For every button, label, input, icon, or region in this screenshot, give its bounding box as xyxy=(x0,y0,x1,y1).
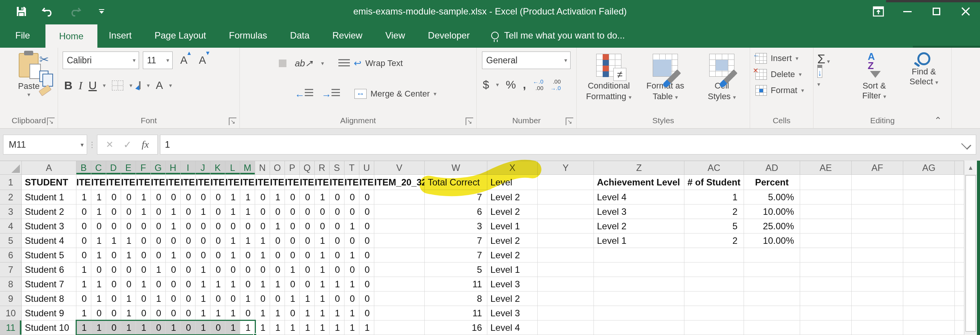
cell-C4[interactable]: 0 xyxy=(91,219,106,234)
cell-M4[interactable]: 0 xyxy=(240,219,255,234)
cell-L4[interactable]: 0 xyxy=(225,219,240,234)
cell-Z8[interactable] xyxy=(594,277,684,292)
column-header-L[interactable]: L xyxy=(225,161,240,175)
cell-AC8[interactable] xyxy=(684,277,744,292)
insert-function-icon[interactable]: fx xyxy=(142,139,149,150)
cell-AD3[interactable]: 10.00% xyxy=(744,205,800,219)
cell-Q10[interactable]: 1 xyxy=(300,306,315,321)
row-header-6[interactable]: 6 xyxy=(0,248,22,263)
cell-P7[interactable]: 1 xyxy=(285,263,300,277)
column-header-I[interactable]: I xyxy=(181,161,196,175)
cell-V9[interactable] xyxy=(374,292,425,306)
cell-V6[interactable] xyxy=(374,248,425,263)
cell-G7[interactable]: 1 xyxy=(151,263,166,277)
cell-E2[interactable]: 0 xyxy=(121,190,136,205)
cell-Z9[interactable] xyxy=(594,292,684,306)
cell-F2[interactable]: 1 xyxy=(136,190,151,205)
cell-AF6[interactable] xyxy=(852,248,903,263)
cell-AG10[interactable] xyxy=(903,306,955,321)
cell-M11[interactable]: 1 xyxy=(240,321,255,335)
cell-AF4[interactable] xyxy=(852,219,903,234)
cell-F10[interactable]: 0 xyxy=(136,306,151,321)
cell-T8[interactable]: 1 xyxy=(344,277,359,292)
cell-S10[interactable]: 1 xyxy=(330,306,344,321)
cell-H3[interactable]: 1 xyxy=(166,205,181,219)
cell-C8[interactable]: 1 xyxy=(91,277,106,292)
cell-B5[interactable]: 0 xyxy=(76,234,91,248)
cell-K9[interactable]: 0 xyxy=(210,292,225,306)
column-header-J[interactable]: J xyxy=(196,161,210,175)
cell-AF2[interactable] xyxy=(852,190,903,205)
cell-Y4[interactable] xyxy=(538,219,594,234)
cell-K8[interactable]: 1 xyxy=(210,277,225,292)
cell-S1[interactable]: ITE xyxy=(330,175,344,190)
cell-Z6[interactable] xyxy=(594,248,684,263)
cell-N11[interactable]: 1 xyxy=(255,321,270,335)
align-center-icon[interactable] xyxy=(263,90,270,98)
tab-data[interactable]: Data xyxy=(279,23,321,48)
cell-A6[interactable]: Student 5 xyxy=(22,248,76,263)
cell-M9[interactable]: 1 xyxy=(240,292,255,306)
cell-A11[interactable]: Student 10 xyxy=(22,321,76,335)
tab-file[interactable]: File xyxy=(0,23,45,48)
cell-R3[interactable]: 0 xyxy=(315,205,330,219)
column-header-V[interactable]: V xyxy=(374,161,425,175)
cell-H4[interactable]: 1 xyxy=(166,219,181,234)
cell-L6[interactable]: 1 xyxy=(225,248,240,263)
alignment-dialog-launcher-icon[interactable]: ↘ xyxy=(466,118,473,125)
cell-M6[interactable]: 0 xyxy=(240,248,255,263)
cell-AC5[interactable]: 2 xyxy=(684,234,744,248)
cell-S3[interactable]: 0 xyxy=(330,205,344,219)
cell-E9[interactable]: 1 xyxy=(121,292,136,306)
cell-C3[interactable]: 1 xyxy=(91,205,106,219)
cell-AC10[interactable] xyxy=(684,306,744,321)
cell-Y9[interactable] xyxy=(538,292,594,306)
cell-I6[interactable]: 0 xyxy=(181,248,196,263)
cell-E8[interactable]: 0 xyxy=(121,277,136,292)
cell-M5[interactable]: 1 xyxy=(240,234,255,248)
cell-L2[interactable]: 1 xyxy=(225,190,240,205)
column-header-F[interactable]: F xyxy=(136,161,151,175)
cell-E3[interactable]: 0 xyxy=(121,205,136,219)
cell-A2[interactable]: Student 1 xyxy=(22,190,76,205)
cell-W10[interactable]: 11 xyxy=(425,306,487,321)
cell-N1[interactable]: ITE xyxy=(255,175,270,190)
tab-page-layout[interactable]: Page Layout xyxy=(143,23,218,48)
orientation-icon[interactable]: ab↗ xyxy=(295,58,313,69)
vertical-scrollbar[interactable]: ▲ xyxy=(964,161,977,335)
cell-K4[interactable]: 0 xyxy=(210,219,225,234)
cell-U6[interactable]: 0 xyxy=(359,248,374,263)
cell-P8[interactable]: 0 xyxy=(285,277,300,292)
cell-Q11[interactable]: 1 xyxy=(300,321,315,335)
cell-R4[interactable]: 0 xyxy=(315,219,330,234)
cell-AF3[interactable] xyxy=(852,205,903,219)
cell-AC11[interactable] xyxy=(684,321,744,335)
font-color-button[interactable]: A xyxy=(156,80,163,91)
cell-S9[interactable]: 0 xyxy=(330,292,344,306)
middle-align-icon[interactable] xyxy=(263,60,270,67)
fill-color-button[interactable] xyxy=(138,82,141,89)
cell-V11[interactable] xyxy=(374,321,425,335)
cell-R1[interactable]: ITE xyxy=(315,175,330,190)
cell-U2[interactable]: 0 xyxy=(359,190,374,205)
font-size-select[interactable]: 11▾ xyxy=(143,52,173,69)
tell-me-box[interactable]: Tell me what you want to do... xyxy=(481,23,625,48)
cell-O4[interactable]: 1 xyxy=(270,219,285,234)
cell-U8[interactable]: 0 xyxy=(359,277,374,292)
cell-Y1[interactable] xyxy=(538,175,594,190)
cell-AG11[interactable] xyxy=(903,321,955,335)
cell-F9[interactable]: 0 xyxy=(136,292,151,306)
cell-Q3[interactable]: 0 xyxy=(300,205,315,219)
cell-AF8[interactable] xyxy=(852,277,903,292)
cell-E11[interactable]: 1 xyxy=(121,321,136,335)
cell-H7[interactable]: 0 xyxy=(166,263,181,277)
cell-N10[interactable]: 1 xyxy=(255,306,270,321)
customize-qat-icon[interactable] xyxy=(95,5,108,18)
cell-AE8[interactable] xyxy=(800,277,852,292)
tab-formulas[interactable]: Formulas xyxy=(218,23,279,48)
cell-K5[interactable]: 0 xyxy=(210,234,225,248)
percent-style-icon[interactable]: % xyxy=(506,78,516,91)
cell-Q4[interactable]: 0 xyxy=(300,219,315,234)
cell-AD6[interactable] xyxy=(744,248,800,263)
cell-S2[interactable]: 0 xyxy=(330,190,344,205)
